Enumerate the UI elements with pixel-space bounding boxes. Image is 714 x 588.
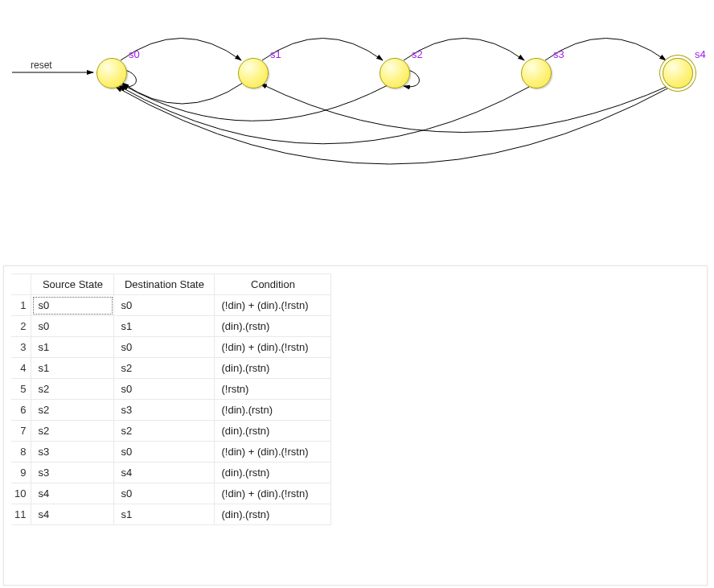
table-row[interactable]: 11 s4 s1 (din).(rstn) [11, 504, 331, 525]
state-node-s3 [521, 58, 552, 88]
table-header-row: Source State Destination State Condition [11, 274, 331, 295]
table-row[interactable]: 10 s4 s0 (!din) + (din).(!rstn) [11, 483, 331, 504]
cell-source[interactable]: s0 [31, 295, 114, 316]
cell-destination[interactable]: s0 [114, 337, 215, 358]
cell-destination[interactable]: s2 [114, 358, 215, 379]
row-number: 11 [11, 504, 31, 525]
header-blank [11, 274, 31, 295]
row-number: 3 [11, 337, 31, 358]
state-diagram: reset s0 s1 s2 s3 s4 [0, 0, 714, 241]
header-condition: Condition [215, 274, 331, 295]
row-number: 2 [11, 316, 31, 337]
cell-condition[interactable]: (!din) + (din).(!rstn) [215, 442, 331, 463]
table-row[interactable]: 3 s1 s0 (!din) + (din).(!rstn) [11, 337, 331, 358]
cell-destination[interactable]: s3 [114, 400, 215, 421]
row-number: 10 [11, 483, 31, 504]
state-label-s0: s0 [129, 48, 140, 60]
cell-source[interactable]: s2 [31, 379, 114, 400]
cell-destination[interactable]: s1 [114, 316, 215, 337]
row-number: 8 [11, 442, 31, 463]
row-number: 7 [11, 421, 31, 442]
cell-destination[interactable]: s0 [114, 483, 215, 504]
header-destination: Destination State [114, 274, 215, 295]
table-row[interactable]: 2 s0 s1 (din).(rstn) [11, 316, 331, 337]
table-row[interactable]: 8 s3 s0 (!din) + (din).(!rstn) [11, 442, 331, 463]
cell-condition[interactable]: (din).(rstn) [215, 358, 331, 379]
cell-source[interactable]: s4 [31, 483, 114, 504]
transition-table-panel: Source State Destination State Condition… [3, 265, 708, 586]
row-number: 4 [11, 358, 31, 379]
table-row[interactable]: 9 s3 s4 (din).(rstn) [11, 463, 331, 483]
cell-source[interactable]: s0 [31, 316, 114, 337]
table-row[interactable]: 4 s1 s2 (din).(rstn) [11, 358, 331, 379]
state-node-s2 [380, 58, 410, 88]
cell-condition[interactable]: (!din).(rstn) [215, 400, 331, 421]
row-number: 5 [11, 379, 31, 400]
state-label-s4: s4 [695, 48, 706, 60]
cell-condition[interactable]: (din).(rstn) [215, 463, 331, 483]
state-node-s1 [238, 58, 269, 88]
cell-condition[interactable]: (!din) + (din).(!rstn) [215, 295, 331, 316]
state-label-s3: s3 [553, 48, 564, 60]
reset-label: reset [31, 60, 52, 71]
cell-source[interactable]: s1 [31, 337, 114, 358]
cell-destination[interactable]: s1 [114, 504, 215, 525]
cell-source[interactable]: s3 [31, 463, 114, 483]
state-node-s0 [96, 58, 127, 88]
table-row[interactable]: 7 s2 s2 (din).(rstn) [11, 421, 331, 442]
cell-condition[interactable]: (din).(rstn) [215, 316, 331, 337]
table-row[interactable]: 6 s2 s3 (!din).(rstn) [11, 400, 331, 421]
cell-destination[interactable]: s0 [114, 379, 215, 400]
cell-source[interactable]: s2 [31, 400, 114, 421]
cell-source[interactable]: s4 [31, 504, 114, 525]
row-number: 1 [11, 295, 31, 316]
cell-destination[interactable]: s4 [114, 463, 215, 483]
state-label-s1: s1 [270, 48, 281, 60]
cell-condition[interactable]: (din).(rstn) [215, 421, 331, 442]
cell-destination[interactable]: s0 [114, 442, 215, 463]
state-label-s2: s2 [412, 48, 423, 60]
cell-condition[interactable]: (din).(rstn) [215, 504, 331, 525]
table-row[interactable]: 5 s2 s0 (!rstn) [11, 379, 331, 400]
cell-source[interactable]: s1 [31, 358, 114, 379]
cell-condition[interactable]: (!rstn) [215, 379, 331, 400]
cell-destination[interactable]: s2 [114, 421, 215, 442]
state-node-s4 [663, 58, 693, 88]
row-number: 6 [11, 400, 31, 421]
table-row[interactable]: 1 s0 s0 (!din) + (din).(!rstn) [11, 295, 331, 316]
cell-condition[interactable]: (!din) + (din).(!rstn) [215, 483, 331, 504]
row-number: 9 [11, 463, 31, 483]
cell-source[interactable]: s2 [31, 421, 114, 442]
header-source: Source State [31, 274, 114, 295]
transition-table[interactable]: Source State Destination State Condition… [11, 273, 331, 525]
cell-source[interactable]: s3 [31, 442, 114, 463]
cell-destination[interactable]: s0 [114, 295, 215, 316]
cell-condition[interactable]: (!din) + (din).(!rstn) [215, 337, 331, 358]
